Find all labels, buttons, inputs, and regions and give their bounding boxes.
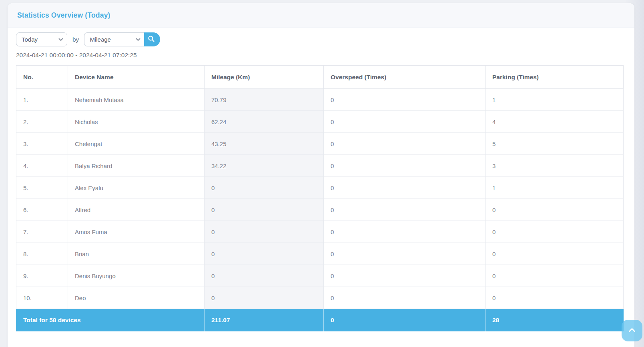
card-body: Today by Mileage — [8, 28, 634, 331]
cell-parking: 0 — [486, 265, 624, 287]
cell-no: 7. — [16, 221, 68, 243]
footer-total-label: Total for 58 devices — [16, 309, 205, 331]
cell-no: 2. — [16, 111, 68, 133]
cell-parking: 5 — [486, 133, 624, 155]
cell-device-name: Balya Richard — [68, 155, 205, 177]
header-parking: Parking (Times) — [486, 66, 624, 89]
by-label: by — [72, 36, 79, 43]
cell-overspeed: 0 — [324, 89, 486, 111]
cell-no: 1. — [16, 89, 68, 111]
table-body: 1. Nehemiah Mutasa 70.79 0 1 2. Nicholas… — [16, 89, 624, 309]
cell-device-name: Nicholas — [68, 111, 205, 133]
period-select[interactable]: Today — [16, 32, 67, 46]
cell-no: 5. — [16, 177, 68, 199]
metric-select[interactable]: Mileage — [84, 32, 144, 46]
cell-no: 8. — [16, 243, 68, 265]
cell-no: 6. — [16, 199, 68, 221]
cell-device-name: Chelengat — [68, 133, 205, 155]
cell-overspeed: 0 — [324, 243, 486, 265]
search-icon — [148, 35, 155, 44]
cell-mileage: 0 — [205, 265, 324, 287]
footer-total-mileage: 211.07 — [205, 309, 324, 331]
table-header-row: No. Device Name Mileage (Km) Overspeed (… — [16, 66, 624, 89]
cell-mileage: 0 — [205, 287, 324, 309]
cell-mileage: 70.79 — [205, 89, 324, 111]
header-overspeed: Overspeed (Times) — [324, 66, 486, 89]
cell-parking: 1 — [486, 89, 624, 111]
page-title: Statistics Overview (Today) — [17, 11, 110, 20]
header-mileage: Mileage (Km) — [205, 66, 324, 89]
chevron-down-icon — [58, 38, 63, 41]
table-row: 6. Alfred 0 0 0 — [16, 199, 624, 221]
cell-device-name: Denis Buyungo — [68, 265, 205, 287]
header-device-name: Device Name — [68, 66, 205, 89]
cell-mileage: 62.24 — [205, 111, 324, 133]
period-select-value: Today — [22, 36, 38, 43]
table-row: 4. Balya Richard 34.22 0 3 — [16, 155, 624, 177]
cell-parking: 1 — [486, 177, 624, 199]
cell-overspeed: 0 — [324, 265, 486, 287]
cell-parking: 0 — [486, 221, 624, 243]
cell-mileage: 0 — [205, 199, 324, 221]
table-row: 1. Nehemiah Mutasa 70.79 0 1 — [16, 89, 624, 111]
cell-mileage: 43.25 — [205, 133, 324, 155]
cell-overspeed: 0 — [324, 111, 486, 133]
footer-total-parking: 28 — [486, 309, 624, 331]
cell-overspeed: 0 — [324, 177, 486, 199]
chevron-up-icon — [628, 328, 636, 334]
table-row: 10. Deo 0 0 0 — [16, 287, 624, 309]
cell-device-name: Brian — [68, 243, 205, 265]
cell-parking: 4 — [486, 111, 624, 133]
table-row: 8. Brian 0 0 0 — [16, 243, 624, 265]
cell-mileage: 0 — [205, 221, 324, 243]
header-no: No. — [16, 66, 68, 89]
cell-overspeed: 0 — [324, 199, 486, 221]
statistics-table: No. Device Name Mileage (Km) Overspeed (… — [16, 65, 624, 331]
cell-no: 10. — [16, 287, 68, 309]
cell-parking: 0 — [486, 243, 624, 265]
card-header: Statistics Overview (Today) — [8, 3, 634, 28]
date-range-text: 2024-04-21 00:00:00 - 2024-04-21 07:02:2… — [16, 52, 626, 59]
cell-mileage: 0 — [205, 243, 324, 265]
footer-total-overspeed: 0 — [324, 309, 486, 331]
cell-overspeed: 0 — [324, 155, 486, 177]
cell-mileage: 0 — [205, 177, 324, 199]
cell-device-name: Amos Fuma — [68, 221, 205, 243]
cell-device-name: Alfred — [68, 199, 205, 221]
metric-search-group: Mileage — [84, 32, 160, 46]
cell-overspeed: 0 — [324, 133, 486, 155]
cell-mileage: 34.22 — [205, 155, 324, 177]
cell-parking: 0 — [486, 199, 624, 221]
statistics-card: Statistics Overview (Today) Today by Mil… — [8, 3, 634, 347]
chevron-down-icon — [136, 38, 140, 41]
cell-device-name: Deo — [68, 287, 205, 309]
cell-overspeed: 0 — [324, 221, 486, 243]
table-row: 5. Alex Eyalu 0 0 1 — [16, 177, 624, 199]
scroll-to-top-button[interactable] — [622, 320, 642, 341]
cell-no: 3. — [16, 133, 68, 155]
search-button[interactable] — [142, 32, 160, 46]
cell-no: 9. — [16, 265, 68, 287]
cell-parking: 0 — [486, 287, 624, 309]
table-row: 2. Nicholas 62.24 0 4 — [16, 111, 624, 133]
table-row: 3. Chelengat 43.25 0 5 — [16, 133, 624, 155]
cell-no: 4. — [16, 155, 68, 177]
table-row: 9. Denis Buyungo 0 0 0 — [16, 265, 624, 287]
filter-controls: Today by Mileage — [16, 32, 626, 46]
cell-overspeed: 0 — [324, 287, 486, 309]
cell-parking: 3 — [486, 155, 624, 177]
table-footer-row: Total for 58 devices 211.07 0 28 — [16, 309, 624, 331]
cell-device-name: Nehemiah Mutasa — [68, 89, 205, 111]
table-row: 7. Amos Fuma 0 0 0 — [16, 221, 624, 243]
metric-select-value: Mileage — [90, 36, 111, 43]
cell-device-name: Alex Eyalu — [68, 177, 205, 199]
